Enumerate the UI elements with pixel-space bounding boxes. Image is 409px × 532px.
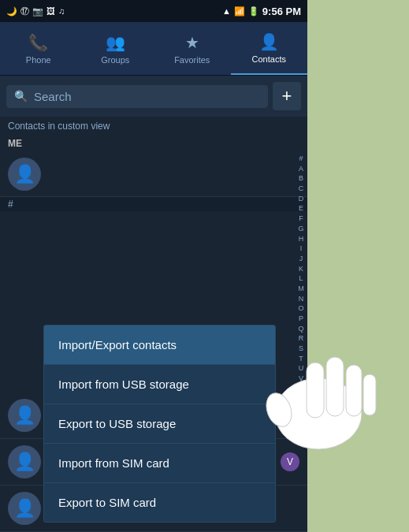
time-display: 9:56 PM bbox=[262, 6, 301, 17]
status-bar: 🌙 ⑰ 📷 🖼 ♫ ▲ 📶 🔋 9:56 PM bbox=[0, 0, 307, 22]
status-left-icons: 🌙 ⑰ 📷 🖼 ♫ bbox=[6, 6, 65, 17]
tab-groups[interactable]: 👥 Groups bbox=[77, 22, 154, 75]
ann-gabrielle-avatar: 👤 bbox=[8, 445, 41, 478]
section-letter-a: # bbox=[0, 197, 307, 211]
contacts-tab-label: Contacts bbox=[252, 54, 286, 64]
moon-icon: 🌙 bbox=[6, 6, 17, 17]
menu-item-import-export[interactable]: Import/Export contacts bbox=[44, 326, 275, 365]
battery-icon: 🔋 bbox=[248, 6, 259, 17]
svg-rect-2 bbox=[307, 363, 324, 418]
alpha-h: H bbox=[299, 235, 304, 244]
favorites-tab-label: Favorites bbox=[174, 55, 210, 65]
alpha-m: M bbox=[298, 285, 304, 294]
menu-item-export-sim[interactable]: Export to SIM card bbox=[44, 483, 275, 522]
search-icon: 🔍 bbox=[14, 90, 28, 102]
svg-rect-5 bbox=[363, 374, 376, 415]
phone-tab-label: Phone bbox=[26, 55, 51, 65]
alpha-d: D bbox=[299, 195, 304, 204]
alpha-c: C bbox=[299, 184, 304, 194]
menu-item-import-usb[interactable]: Import from USB storage bbox=[44, 365, 275, 404]
alpha-o: O bbox=[298, 304, 303, 314]
wifi-icon: ▲ bbox=[222, 6, 231, 16]
alpha-n: N bbox=[299, 295, 304, 304]
alpha-l: L bbox=[299, 274, 303, 284]
alpha-j: J bbox=[299, 255, 303, 264]
search-input-container[interactable]: 🔍 Search bbox=[6, 85, 268, 108]
groups-tab-label: Groups bbox=[101, 55, 129, 65]
search-placeholder: Search bbox=[34, 90, 72, 103]
tab-contacts[interactable]: 👤 Contacts bbox=[231, 22, 308, 75]
hand-cursor bbox=[259, 319, 385, 453]
alpha-i: I bbox=[300, 244, 303, 254]
contacts-tab-icon: 👤 bbox=[259, 32, 279, 51]
groups-tab-icon: 👥 bbox=[106, 33, 125, 52]
tab-favorites[interactable]: ★ Favorites bbox=[154, 22, 231, 75]
alpha-a: A bbox=[299, 165, 303, 174]
alpha-hash: # bbox=[299, 154, 303, 164]
signal-icon: 📶 bbox=[234, 6, 245, 17]
favorites-tab-icon: ★ bbox=[185, 33, 199, 52]
contacts-view-header: Contacts in custom view bbox=[0, 117, 307, 136]
alpha-f: F bbox=[299, 214, 303, 224]
music-icon: ♫ bbox=[58, 6, 65, 16]
alpha-g: G bbox=[298, 225, 303, 234]
menu-item-import-sim[interactable]: Import from SIM card bbox=[44, 444, 275, 483]
camera-icon: 📷 bbox=[32, 6, 43, 17]
tab-bar: 📞 Phone 👥 Groups ★ Favorites 👤 Contacts bbox=[0, 22, 307, 76]
svg-rect-3 bbox=[326, 357, 344, 416]
alpha-k: K bbox=[299, 265, 303, 274]
svg-rect-4 bbox=[346, 365, 362, 416]
tab-phone[interactable]: 📞 Phone bbox=[0, 22, 77, 75]
alpha-b: B bbox=[299, 174, 303, 184]
search-bar: 🔍 Search + bbox=[0, 76, 307, 117]
me-contact-row[interactable]: 👤 bbox=[0, 151, 307, 197]
menu-item-export-usb[interactable]: Export to USB storage bbox=[44, 404, 275, 444]
image-icon: 🖼 bbox=[46, 6, 55, 16]
add-contact-button[interactable]: + bbox=[273, 82, 301, 110]
context-menu: Import/Export contacts Import from USB s… bbox=[43, 325, 276, 523]
amy-quiray-avatar: 👤 bbox=[8, 399, 41, 432]
s37-icon: ⑰ bbox=[20, 6, 29, 17]
phone-tab-icon: 📞 bbox=[28, 33, 48, 52]
me-avatar: 👤 bbox=[8, 158, 41, 191]
me-section-label: ME bbox=[0, 136, 307, 151]
any-cwl-avatar: 👤 bbox=[8, 492, 41, 525]
status-right-icons: ▲ 📶 🔋 9:56 PM bbox=[222, 6, 301, 17]
alpha-e: E bbox=[299, 204, 303, 214]
